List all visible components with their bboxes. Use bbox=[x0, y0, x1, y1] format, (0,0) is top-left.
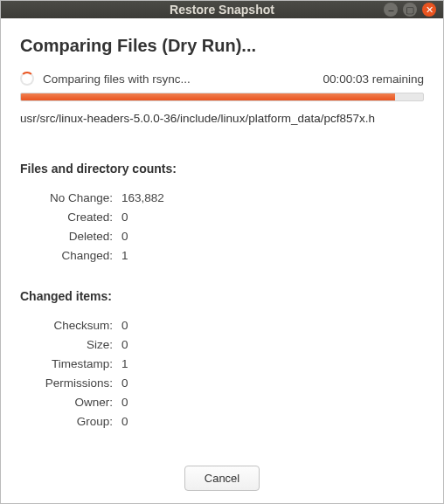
table-row: Timestamp: 1 bbox=[20, 354, 424, 373]
restore-snapshot-dialog: Restore Snapshot ‒ ▢ ✕ Comparing Files (… bbox=[0, 0, 444, 504]
changed-items-table: Checksum: 0 Size: 0 Timestamp: 1 Permiss… bbox=[20, 315, 424, 431]
cancel-button[interactable]: Cancel bbox=[184, 466, 260, 491]
progress-fill bbox=[21, 93, 395, 100]
count-value: 1 bbox=[121, 249, 128, 262]
count-value: 0 bbox=[121, 230, 128, 243]
page-title: Comparing Files (Dry Run)... bbox=[20, 36, 424, 56]
minimize-button[interactable]: ‒ bbox=[384, 3, 398, 17]
count-value: 0 bbox=[121, 211, 128, 224]
count-label: Changed: bbox=[20, 249, 121, 262]
file-counts-title: Files and directory counts: bbox=[20, 162, 424, 176]
window-title: Restore Snapshot bbox=[1, 3, 443, 17]
table-row: Checksum: 0 bbox=[20, 315, 424, 335]
table-row: Group: 0 bbox=[20, 411, 424, 431]
close-button[interactable]: ✕ bbox=[422, 3, 436, 17]
dialog-content: Comparing Files (Dry Run)... Comparing f… bbox=[1, 18, 443, 503]
count-value: 1 bbox=[121, 357, 128, 370]
time-remaining: 00:00:03 remaining bbox=[323, 72, 424, 86]
table-row: Created: 0 bbox=[20, 207, 424, 226]
count-value: 0 bbox=[121, 396, 128, 409]
progress-bar bbox=[20, 93, 424, 101]
count-value: 0 bbox=[121, 319, 128, 332]
spinner-icon bbox=[20, 72, 34, 86]
count-label: Permissions: bbox=[20, 376, 121, 390]
count-label: No Change: bbox=[20, 191, 121, 204]
count-value: 0 bbox=[121, 338, 128, 351]
count-label: Owner: bbox=[20, 396, 121, 409]
table-row: No Change: 163,882 bbox=[20, 188, 424, 207]
maximize-button[interactable]: ▢ bbox=[403, 3, 417, 17]
count-label: Deleted: bbox=[20, 230, 121, 243]
count-label: Size: bbox=[20, 338, 121, 351]
count-label: Checksum: bbox=[20, 319, 121, 332]
current-file-path: usr/src/linux-headers-5.0.0-36/include/l… bbox=[20, 112, 424, 125]
table-row: Size: 0 bbox=[20, 335, 424, 354]
table-row: Changed: 1 bbox=[20, 245, 424, 265]
titlebar: Restore Snapshot ‒ ▢ ✕ bbox=[1, 1, 443, 18]
table-row: Owner: 0 bbox=[20, 392, 424, 411]
button-row: Cancel bbox=[20, 455, 424, 491]
status-message: Comparing files with rsync... bbox=[43, 72, 191, 86]
count-label: Created: bbox=[20, 211, 121, 224]
table-row: Deleted: 0 bbox=[20, 226, 424, 245]
status-row: Comparing files with rsync... 00:00:03 r… bbox=[20, 72, 424, 86]
count-value: 0 bbox=[121, 415, 128, 428]
window-controls: ‒ ▢ ✕ bbox=[384, 3, 436, 17]
count-value: 0 bbox=[121, 376, 128, 390]
changed-items-title: Changed items: bbox=[20, 289, 424, 303]
count-label: Timestamp: bbox=[20, 357, 121, 370]
count-value: 163,882 bbox=[121, 191, 164, 204]
count-label: Group: bbox=[20, 415, 121, 428]
table-row: Permissions: 0 bbox=[20, 373, 424, 392]
file-counts-table: No Change: 163,882 Created: 0 Deleted: 0… bbox=[20, 188, 424, 265]
